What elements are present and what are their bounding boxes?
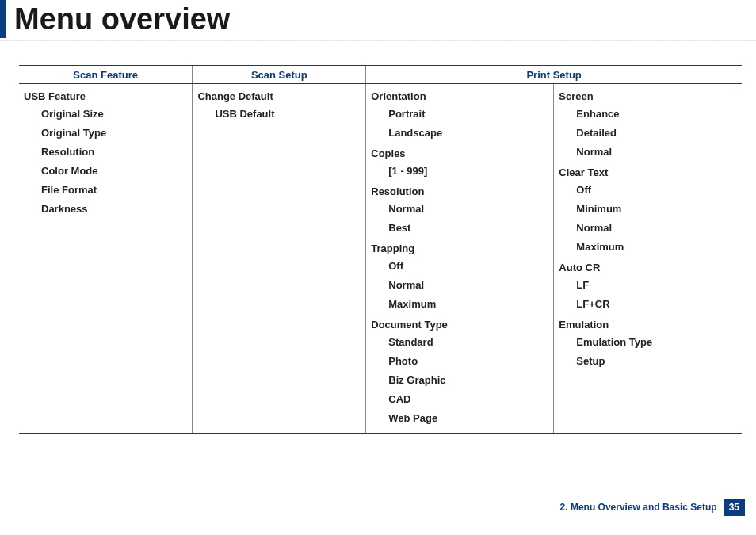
ps-copies-range: [1 - 999] [388, 162, 547, 181]
ps-resolution-opt: Best [388, 219, 547, 238]
title-accent [0, 0, 6, 38]
scan-feature-group: USB Feature Original Size Original Type … [24, 87, 185, 220]
scan-setup-group: Change Default USB Default [197, 87, 359, 125]
ps-clear-text-label: Clear Text [559, 166, 608, 178]
col-header-print-setup: Print Setup [366, 66, 742, 84]
ps-copies: Copies [1 - 999] [371, 144, 547, 182]
ps-auto-cr-label: Auto CR [559, 262, 600, 273]
scan-feature-item: Darkness [41, 200, 185, 219]
ps-screen-opt: Normal [576, 143, 735, 162]
ps-emulation-opt: Emulation Type [576, 333, 735, 352]
ps-auto-cr-opt: LF+CR [576, 295, 735, 314]
ps-clear-text-opt: Minimum [576, 200, 735, 219]
ps-trapping-opt: Off [388, 257, 547, 276]
ps-screen-label: Screen [559, 90, 593, 102]
ps-doc-type-opt: CAD [388, 390, 547, 409]
col-header-scan-feature: Scan Feature [19, 66, 193, 84]
ps-emulation: Emulation Emulation Type Setup [559, 315, 735, 373]
ps-clear-text-opt: Off [576, 181, 735, 200]
page-footer: 2. Menu Overview and Basic Setup 35 [554, 499, 745, 516]
ps-resolution-opt: Normal [388, 200, 547, 219]
ps-resolution-label: Resolution [371, 185, 424, 197]
ps-emulation-label: Emulation [559, 319, 609, 331]
col-header-scan-setup: Scan Setup [193, 66, 366, 84]
scan-feature-item: File Format [41, 181, 185, 200]
ps-clear-text: Clear Text Off Minimum Normal Maximum [559, 163, 735, 258]
scan-feature-group-label: USB Feature [24, 90, 86, 102]
ps-doc-type-opt: Photo [388, 352, 547, 371]
scan-feature-item: Original Type [41, 124, 185, 143]
ps-trapping: Trapping Off Normal Maximum [371, 239, 547, 315]
ps-doc-type-label: Document Type [371, 319, 448, 331]
cell-scan-feature: USB Feature Original Size Original Type … [19, 84, 193, 434]
scan-feature-item: Color Mode [41, 162, 185, 181]
ps-auto-cr-opt: LF [576, 276, 735, 295]
ps-doc-type-opt: Web Page [388, 409, 547, 428]
ps-emulation-opt: Setup [576, 352, 735, 371]
cell-scan-setup: Change Default USB Default [193, 84, 366, 434]
ps-resolution: Resolution Normal Best [371, 182, 547, 239]
ps-screen-opt: Detailed [576, 124, 735, 143]
ps-doc-type-opt: Biz Graphic [388, 371, 547, 390]
ps-copies-label: Copies [371, 147, 405, 159]
footer-page-number: 35 [724, 499, 745, 516]
ps-clear-text-opt: Maximum [576, 238, 735, 257]
cell-print-setup-right: Screen Enhance Detailed Normal Clear Tex… [554, 84, 742, 434]
footer-chapter: 2. Menu Overview and Basic Setup [554, 499, 724, 516]
title-divider [0, 40, 756, 41]
ps-trapping-opt: Maximum [388, 295, 547, 314]
ps-screen: Screen Enhance Detailed Normal [559, 87, 735, 163]
ps-doc-type-opt: Standard [388, 333, 547, 352]
ps-screen-opt: Enhance [576, 105, 735, 124]
ps-orientation: Orientation Portrait Landscape [371, 87, 547, 144]
scan-feature-item: Resolution [41, 143, 185, 162]
cell-print-setup-left: Orientation Portrait Landscape Copies [1… [366, 84, 554, 434]
page-title: Menu overview [14, 0, 230, 38]
ps-orientation-label: Orientation [371, 90, 426, 102]
scan-setup-group-label: Change Default [197, 90, 273, 102]
ps-auto-cr: Auto CR LF LF+CR [559, 258, 735, 315]
ps-orientation-opt: Landscape [388, 124, 547, 143]
ps-trapping-label: Trapping [371, 243, 414, 254]
scan-feature-item: Original Size [41, 105, 185, 124]
ps-orientation-opt: Portrait [388, 105, 547, 124]
menu-table: Scan Feature Scan Setup Print Setup USB … [19, 65, 742, 434]
ps-trapping-opt: Normal [388, 276, 547, 295]
scan-setup-item: USB Default [215, 105, 359, 124]
ps-doc-type: Document Type Standard Photo Biz Graphic… [371, 315, 547, 430]
ps-clear-text-opt: Normal [576, 219, 735, 238]
